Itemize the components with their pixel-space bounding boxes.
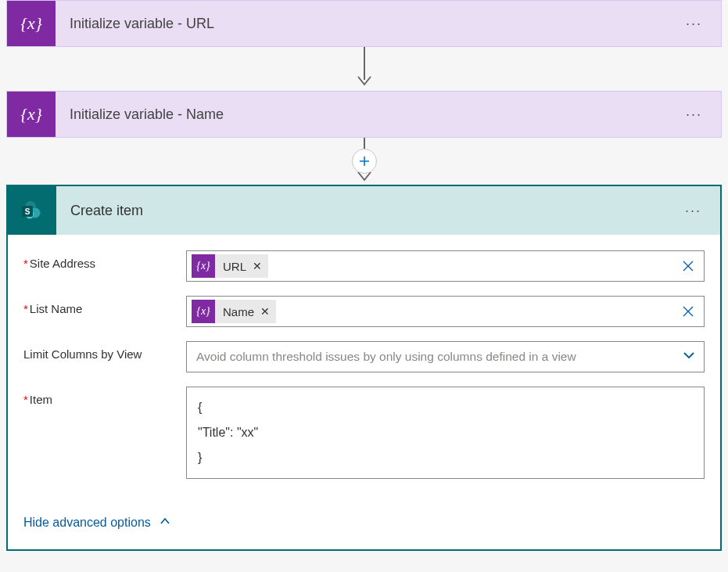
plus-icon — [358, 155, 371, 167]
connector-arrow — [6, 138, 722, 171]
step-menu-button[interactable]: ··· — [685, 203, 701, 219]
token-label: Name — [223, 305, 254, 318]
site-address-input[interactable]: {x} URL ✕ — [186, 250, 705, 282]
placeholder-text: Avoid column threshold issues by only us… — [192, 350, 576, 364]
chevron-up-icon — [159, 515, 171, 531]
connector-arrow — [6, 47, 722, 91]
list-name-input[interactable]: {x} Name ✕ — [186, 296, 705, 327]
step-title: Create item — [56, 203, 143, 219]
sharepoint-icon: S — [8, 186, 56, 235]
item-line-1: { — [198, 395, 693, 420]
step-title: Initialize variable - URL — [56, 16, 214, 32]
add-step-button[interactable] — [352, 149, 377, 174]
step-title: Initialize variable - Name — [56, 106, 224, 123]
svg-text:S: S — [25, 207, 30, 216]
close-icon — [681, 259, 695, 273]
token-name[interactable]: {x} Name ✕ — [192, 300, 276, 323]
variable-icon: {x} — [7, 92, 56, 137]
advanced-link-label: Hide advanced options — [23, 516, 151, 530]
chevron-down-icon[interactable] — [682, 348, 696, 365]
close-icon — [681, 304, 695, 318]
item-line-2: "Title": "xx" — [198, 420, 693, 445]
step-initialize-variable-url[interactable]: {x} Initialize variable - URL ··· — [6, 0, 722, 47]
item-input[interactable]: { "Title": "xx" } — [186, 387, 705, 479]
token-label: URL — [223, 260, 246, 273]
token-remove-button[interactable]: ✕ — [260, 305, 270, 318]
variable-icon: {x} — [7, 1, 56, 46]
step-create-item: S Create item ··· *Site Address {x} URL … — [6, 185, 722, 551]
limit-columns-dropdown[interactable]: Avoid column threshold issues by only us… — [186, 341, 705, 372]
field-label-item: *Item — [23, 387, 186, 406]
item-line-3: } — [198, 445, 693, 470]
token-url[interactable]: {x} URL ✕ — [192, 254, 268, 278]
step-menu-button[interactable]: ··· — [686, 106, 702, 123]
step-header[interactable]: S Create item ··· — [8, 186, 720, 235]
variable-icon: {x} — [192, 254, 215, 278]
clear-button[interactable] — [679, 302, 698, 321]
step-menu-button[interactable]: ··· — [686, 16, 702, 32]
field-label-limit-columns: Limit Columns by View — [23, 341, 186, 361]
step-initialize-variable-name[interactable]: {x} Initialize variable - Name ··· — [6, 91, 722, 138]
hide-advanced-options-link[interactable]: Hide advanced options — [23, 515, 171, 531]
clear-button[interactable] — [679, 257, 698, 275]
field-label-list-name: *List Name — [23, 296, 186, 315]
variable-icon: {x} — [192, 300, 215, 323]
field-label-site-address: *Site Address — [23, 250, 186, 270]
token-remove-button[interactable]: ✕ — [253, 260, 262, 272]
